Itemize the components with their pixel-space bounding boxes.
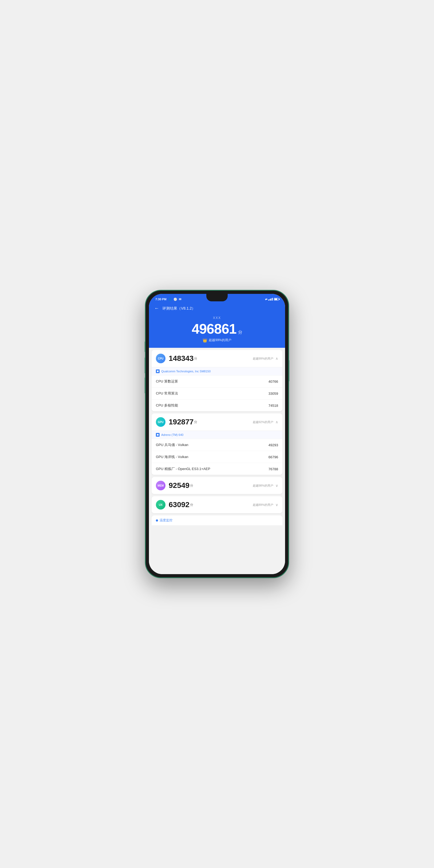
mem-chevron-icon: ∨ — [275, 484, 278, 488]
cpu-card-header[interactable]: CPU 148343 分 超越99%的用户 ∧ — [152, 350, 282, 367]
ux-score: 63092 — [169, 500, 189, 509]
cpu-chevron-icon: ∧ — [275, 356, 278, 361]
ux-percentile: 超越89%的用户 — [253, 503, 273, 507]
gpu-sub-score-1: GPU 海岸线 - Vulkan 66796 — [152, 451, 282, 463]
gpu-sub-label-0: GPU 兵马俑 - Vulkan — [156, 442, 188, 447]
mem-badge: MEM — [156, 481, 165, 490]
svg-rect-0 — [157, 370, 159, 372]
camera-notch — [206, 294, 228, 301]
cpu-score-unit: 分 — [194, 356, 197, 361]
score-section: XXX 496861 分 👑 超越99%的用户 — [149, 313, 285, 348]
mem-card-header[interactable]: MEM 92549 分 超越98%的用户 ∨ — [152, 477, 282, 494]
gpu-chip-info: Adreno (TM) 640 — [152, 431, 282, 439]
ux-card: UX 63092 分 超越89%的用户 ∨ — [152, 496, 282, 513]
chat-icon: ⚪ — [174, 298, 177, 301]
page-title: 评测结果（V8.1.2） — [162, 306, 195, 311]
gpu-sub-score-2: GPU 精炼厂 - OpenGL ES3.1+AEP 76788 — [152, 463, 282, 475]
gpu-sub-value-0: 49293 — [269, 443, 278, 447]
sync-icon: ⇄ — [265, 298, 267, 301]
total-score-unit: 分 — [238, 330, 242, 335]
time-display: 7:30 PM — [155, 298, 166, 301]
email-icon: ✉ — [179, 298, 181, 301]
cpu-card: CPU 148343 分 超越99%的用户 ∧ Qualcomm — [152, 350, 282, 411]
svg-rect-1 — [157, 434, 159, 436]
gpu-chip-name: Adreno (TM) 640 — [161, 433, 183, 436]
gpu-card: GPU 192877 分 超越92%的用户 ∧ Adreno ( — [152, 413, 282, 475]
battery-icon — [274, 298, 279, 301]
gpu-card-right: 超越92%的用户 ∧ — [253, 420, 278, 424]
ux-chevron-icon: ∨ — [275, 503, 278, 507]
cpu-badge: CPU — [156, 354, 165, 363]
header-nav: ← 评测结果（V8.1.2） — [154, 306, 280, 313]
phone-screen: 7:30 PM 👤 ⚪ ✉ ⇄ ← — [149, 294, 285, 574]
cpu-sub-score-1: CPU 常用算法 33059 — [152, 387, 282, 399]
cpu-percentile: 超越99%的用户 — [253, 356, 273, 361]
mem-card: MEM 92549 分 超越98%的用户 ∨ — [152, 477, 282, 494]
cpu-chip-icon — [156, 369, 160, 373]
cpu-sub-label-1: CPU 常用算法 — [156, 391, 178, 396]
gpu-percentile: 超越92%的用户 — [253, 420, 273, 424]
volume-silent-button[interactable] — [145, 341, 146, 352]
temp-monitor-label: 温度监控 — [160, 518, 173, 523]
mem-score-unit: 分 — [190, 484, 193, 488]
gpu-chevron-icon: ∧ — [275, 420, 278, 424]
gpu-sub-value-2: 76788 — [269, 467, 278, 471]
cpu-sub-label-2: CPU 多核性能 — [156, 403, 178, 408]
gpu-score: 192877 — [169, 418, 193, 426]
cpu-chip-name: Qualcomm Technologies, Inc SM8150 — [161, 370, 211, 373]
gpu-sub-label-1: GPU 海岸线 - Vulkan — [156, 455, 188, 459]
cpu-sub-value-1: 33059 — [269, 392, 278, 396]
user-icon: 👤 — [168, 298, 172, 301]
cpu-sub-value-0: 40766 — [269, 379, 278, 383]
gpu-chip-icon — [156, 433, 160, 437]
ux-score-unit: 分 — [190, 503, 193, 507]
status-right: ⇄ — [265, 298, 279, 301]
temp-dot-icon — [156, 519, 158, 522]
total-score: 496861 — [192, 321, 237, 337]
crown-icon: 👑 — [203, 338, 207, 342]
gpu-score-unit: 分 — [194, 420, 197, 424]
mem-card-right: 超越98%的用户 ∨ — [253, 484, 278, 488]
benchmark-content: CPU 148343 分 超越99%的用户 ∧ Qualcomm — [149, 348, 285, 574]
cpu-card-right: 超越99%的用户 ∧ — [253, 356, 278, 361]
power-button[interactable] — [288, 360, 289, 381]
cpu-sub-score-0: CPU 算数运算 40766 — [152, 375, 282, 387]
device-label: XXX — [154, 316, 280, 320]
cpu-chip-info: Qualcomm Technologies, Inc SM8150 — [152, 367, 282, 375]
cpu-sub-label-0: CPU 算数运算 — [156, 379, 178, 384]
cpu-sub-value-2: 74518 — [269, 404, 278, 408]
volume-up-button[interactable] — [145, 358, 146, 373]
back-button[interactable]: ← — [154, 306, 159, 311]
total-score-row: 496861 分 — [154, 321, 280, 337]
gpu-card-header[interactable]: GPU 192877 分 超越92%的用户 ∧ — [152, 413, 282, 431]
gpu-sub-score-0: GPU 兵马俑 - Vulkan 49293 — [152, 439, 282, 451]
volume-down-button[interactable] — [145, 377, 146, 394]
ux-badge: UX — [156, 500, 165, 509]
total-percentile: 超越99%的用户 — [209, 338, 231, 342]
gpu-sub-label-2: GPU 精炼厂 - OpenGL ES3.1+AEP — [156, 467, 210, 471]
mem-score: 92549 — [169, 481, 189, 490]
gpu-badge: GPU — [156, 417, 165, 427]
gpu-sub-value-1: 66796 — [269, 455, 278, 459]
percentile-row: 👑 超越99%的用户 — [154, 338, 280, 342]
app-header: ← 评测结果（V8.1.2） — [149, 304, 285, 313]
ux-card-header[interactable]: UX 63092 分 超越89%的用户 ∨ — [152, 496, 282, 513]
mem-percentile: 超越98%的用户 — [253, 484, 273, 488]
cpu-sub-score-2: CPU 多核性能 74518 — [152, 399, 282, 411]
temp-monitor-bar: 温度监控 — [152, 516, 282, 525]
phone-frame: 7:30 PM 👤 ⚪ ✉ ⇄ ← — [145, 290, 289, 578]
status-left: 7:30 PM 👤 ⚪ ✉ — [155, 298, 181, 301]
cpu-score: 148343 — [169, 354, 193, 363]
ux-card-right: 超越89%的用户 ∨ — [253, 503, 278, 507]
signal-icon — [268, 298, 273, 301]
